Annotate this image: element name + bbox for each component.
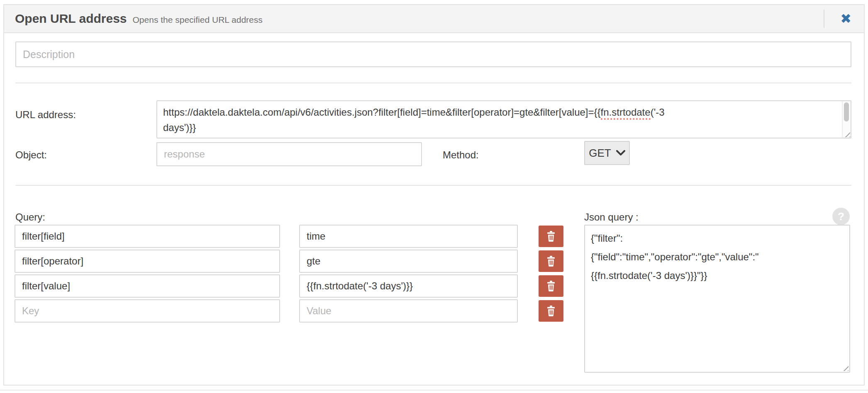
query-label: Query: (15, 211, 45, 223)
trash-icon (546, 281, 556, 292)
chevron-down-icon (616, 150, 625, 156)
delete-row-button[interactable] (539, 275, 563, 297)
delete-row-button[interactable] (539, 250, 563, 272)
url-text-prefix: https://daktela.daktela.com/api/v6/activ… (163, 107, 601, 118)
page-title: Open URL address (15, 12, 127, 26)
json-query-label: Json query : (584, 211, 639, 223)
query-value-input[interactable] (299, 299, 518, 323)
question-mark-icon: ? (838, 210, 844, 223)
method-label: Method: (443, 149, 479, 161)
dialog-header: Open URL address Opens the specified URL… (4, 5, 864, 33)
url-address-label: URL address: (15, 109, 76, 121)
object-input[interactable] (156, 142, 422, 166)
dialog-subtitle: Opens the specified URL address (133, 15, 263, 25)
query-key-input[interactable] (15, 250, 280, 273)
query-value-input[interactable] (299, 225, 518, 248)
help-button[interactable]: ? (832, 208, 850, 225)
trash-icon (546, 306, 556, 317)
header-divider (824, 10, 824, 28)
query-key-input[interactable] (15, 299, 280, 323)
section-divider (15, 82, 851, 83)
page-bottom-rule (0, 390, 868, 391)
query-key-input[interactable] (15, 225, 280, 248)
object-label: Object: (15, 149, 47, 161)
delete-row-button[interactable] (539, 300, 563, 322)
trash-icon (546, 256, 556, 267)
section-divider (15, 185, 851, 186)
open-url-dialog: Open URL address Opens the specified URL… (3, 4, 865, 386)
url-address-textarea[interactable]: https://daktela.daktela.com/api/v6/activ… (156, 100, 851, 138)
query-value-input[interactable] (299, 274, 518, 298)
close-button[interactable]: ✖ (840, 12, 851, 25)
method-selected-value: GET (589, 147, 611, 160)
url-text-line2: days')}} (163, 122, 196, 133)
close-icon: ✖ (840, 11, 851, 27)
url-text-line1-end: ('-3 (651, 107, 665, 118)
trash-icon (546, 231, 556, 242)
url-scrollbar-thumb[interactable] (844, 102, 849, 121)
query-value-input[interactable] (299, 250, 518, 273)
url-text-spellcheck-flagged: fn.strtodate (601, 107, 651, 120)
method-select[interactable]: GET (584, 141, 630, 165)
dialog-title-group: Open URL address Opens the specified URL… (15, 12, 263, 26)
json-query-textarea[interactable]: {"filter": {"field":"time","operator":"g… (584, 225, 850, 373)
description-input[interactable] (15, 41, 851, 67)
query-key-input[interactable] (15, 274, 280, 298)
delete-row-button[interactable] (539, 226, 563, 247)
